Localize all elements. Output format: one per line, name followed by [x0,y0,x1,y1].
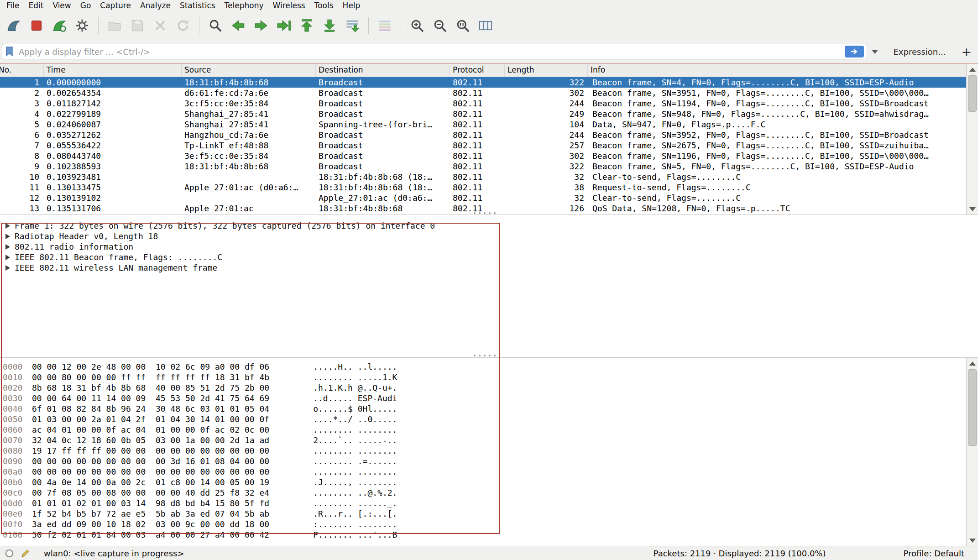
packet-row-9[interactable]: 90.10238859318:31:bf:4b:8b:68Broadcast80… [0,161,966,172]
auto-scroll-button[interactable] [342,16,362,36]
hex-row-0070[interactable]: 007032 04 0c 12 18 60 0b 05 03 00 1a 00 … [3,435,978,445]
display-filter-input[interactable] [19,47,841,57]
expand-arrow-icon[interactable] [5,223,10,229]
column-header-no[interactable]: No. [0,63,44,77]
hex-row-0010[interactable]: 001000 00 80 00 00 00 ff ff ff ff ff ff … [3,372,978,382]
expert-info-icon[interactable] [5,549,14,558]
packet-list-scrollbar[interactable] [966,63,978,215]
packet-row-10[interactable]: 100.10392348118:31:bf:4b:8b:68 (18:…802.… [0,172,966,182]
add-filter-button[interactable]: + [961,46,972,58]
scrollbar-thumb[interactable] [968,369,977,446]
menu-analyze[interactable]: Analyze [136,0,175,10]
hex-row-00f0[interactable]: 00f03a ed dd 09 00 10 18 02 03 00 9c 00 … [3,519,978,529]
start-capture-button[interactable] [4,16,24,36]
menu-statistics[interactable]: Statistics [175,0,220,10]
go-to-packet-icon [277,18,291,33]
display-filter-field[interactable] [2,44,867,59]
go-last-button[interactable] [319,16,340,36]
go-to-packet-button[interactable] [274,16,294,36]
colorize-button[interactable] [375,16,395,36]
filter-history-chevron[interactable] [872,50,878,54]
packet-row-11[interactable]: 110.130133475Apple_27:01:ac (d0:a6:…18:3… [0,182,966,193]
menu-view[interactable]: View [48,0,75,10]
packet-row-3[interactable]: 30.0118271423c:f5:cc:0e:35:84Broadcast80… [0,98,966,109]
go-forward-button[interactable] [251,16,271,36]
go-first-button[interactable] [297,16,317,36]
menu-tools[interactable]: Tools [310,0,338,10]
auto-scroll-icon [345,18,360,33]
stop-capture-button[interactable] [26,16,47,36]
hex-row-0090[interactable]: 009000 00 00 00 00 00 00 00 00 3d 16 01 … [3,456,978,466]
profile-text[interactable]: Profile: Default [903,549,964,558]
hex-row-00d0[interactable]: 00d001 01 01 02 01 00 03 14 98 d8 bd b4 … [3,498,978,508]
splitter-handle[interactable] [468,355,501,357]
detail-line[interactable]: 802.11 radio information [4,241,978,252]
scroll-up-icon[interactable] [967,358,978,369]
column-header-length[interactable]: Length [505,63,588,77]
resize-columns-button[interactable] [476,16,496,36]
zoom-in-button[interactable] [407,16,427,36]
expand-arrow-icon[interactable] [5,244,10,250]
apply-filter-button[interactable] [845,46,864,58]
expand-arrow-icon[interactable] [5,255,10,260]
find-packet-icon [208,18,223,33]
save-file-button [127,16,147,36]
packet-row-12[interactable]: 120.130139102Apple_27:01:ac (d0:a6:…802.… [0,193,966,203]
hex-row-0100[interactable]: 010050 f2 02 01 01 84 00 03 a4 00 00 27 … [3,529,978,540]
hex-row-00b0[interactable]: 00b000 4a 0e 14 00 0a 00 2c 01 c8 00 14 … [3,477,978,487]
hex-row-0080[interactable]: 008019 17 ff ff ff 00 00 00 00 00 00 00 … [3,445,978,456]
hex-row-0030[interactable]: 003000 00 64 00 11 14 00 09 45 53 50 2d … [3,393,978,403]
packet-row-6[interactable]: 60.035271262Hangzhou_cd:7a:6eBroadcast80… [0,130,966,140]
hex-row-0020[interactable]: 00208b 68 18 31 bf 4b 8b 68 40 00 85 51 … [3,382,978,393]
detail-line[interactable]: Radiotap Header v0, Length 18 [4,231,978,241]
menu-wireless[interactable]: Wireless [268,0,310,10]
zoom-out-button[interactable] [430,16,450,36]
scroll-up-icon[interactable] [967,64,978,75]
hex-row-0050[interactable]: 005001 03 00 00 2a 01 04 2f 01 04 30 14 … [3,414,978,424]
scroll-down-icon[interactable] [967,535,978,546]
detail-line[interactable]: IEEE 802.11 wireless LAN management fram… [4,262,978,273]
restart-capture-button[interactable] [49,16,69,36]
menu-go[interactable]: Go [76,0,96,10]
scroll-down-icon[interactable] [967,204,978,215]
packet-row-1[interactable]: 10.00000000018:31:bf:4b:8b:68Broadcast80… [0,77,966,88]
menu-file[interactable]: File [2,0,24,10]
packet-row-7[interactable]: 70.055536422Tp-LinkT_ef:48:88Broadcast80… [0,140,966,151]
expand-arrow-icon[interactable] [5,265,10,271]
column-header-info[interactable]: Info [588,63,966,77]
expand-arrow-icon[interactable] [5,234,10,239]
column-header-protocol[interactable]: Protocol [450,63,505,77]
menu-help[interactable]: Help [338,0,365,10]
scrollbar-thumb[interactable] [968,75,977,112]
go-back-button[interactable] [228,16,248,36]
detail-line[interactable]: Frame 1: 322 bytes on wire (2576 bits), … [4,220,978,231]
filter-bookmark-icon[interactable] [5,46,15,57]
capture-comment-icon[interactable] [21,549,30,558]
zoom-reset-icon [455,18,470,33]
go-forward-icon [254,18,268,33]
hex-row-00c0[interactable]: 00c000 7f 08 05 00 08 00 00 00 00 40 dd … [3,487,978,498]
column-header-source[interactable]: Source [182,63,316,77]
bytes-scrollbar[interactable] [966,357,978,546]
splitter-handle[interactable] [468,212,501,215]
hex-row-0000[interactable]: 000000 00 12 00 2e 48 00 00 10 02 6c 09 … [3,361,978,372]
hex-row-00e0[interactable]: 00e01f 52 b4 b5 b7 72 ae e5 5b ab 3a ed … [3,508,978,519]
detail-line[interactable]: IEEE 802.11 Beacon frame, Flags: .......… [4,252,978,262]
zoom-reset-button[interactable] [453,16,473,36]
find-packet-button[interactable] [205,16,225,36]
packet-row-8[interactable]: 80.0804437403e:f5:cc:0e:35:84Broadcast80… [0,151,966,161]
packet-row-5[interactable]: 50.024060087Shanghai_27:85:41Spanning-tr… [0,119,966,130]
packet-row-2[interactable]: 20.002654354d6:61:fe:cd:7a:6eBroadcast80… [0,88,966,98]
expression-button[interactable]: Expression... [894,47,946,57]
hex-row-00a0[interactable]: 00a000 00 00 00 00 00 00 00 00 00 00 00 … [3,466,978,477]
hex-row-0040[interactable]: 00406f 01 08 82 84 8b 96 24 30 48 6c 03 … [3,403,978,414]
hex-row-0060[interactable]: 0060ac 04 01 00 00 0f ac 04 01 00 00 0f … [3,424,978,435]
menu-capture[interactable]: Capture [95,0,136,10]
close-file-button [150,16,170,36]
menu-telephony[interactable]: Telephony [220,0,268,10]
capture-options-button[interactable] [72,16,92,36]
menu-edit[interactable]: Edit [24,0,48,10]
column-header-time[interactable]: Time [44,63,182,77]
packet-row-4[interactable]: 40.022799189Shanghai_27:85:41Broadcast80… [0,109,966,119]
column-header-destination[interactable]: Destination [316,63,450,77]
